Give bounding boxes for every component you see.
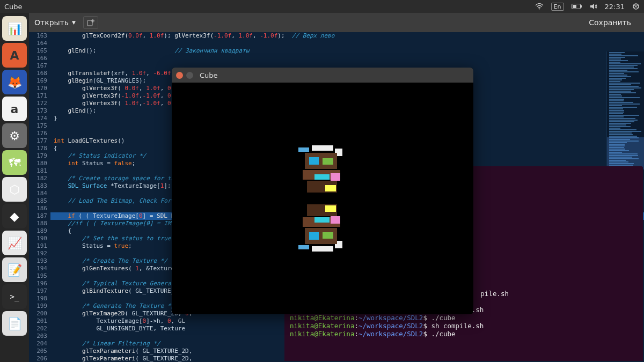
- battery-icon[interactable]: [572, 4, 582, 9]
- clock[interactable]: 22:31: [605, 3, 625, 11]
- minimap-viewport[interactable]: [607, 137, 644, 169]
- cube-titlebar[interactable]: Cube: [172, 68, 473, 83]
- launcher-app-hex[interactable]: ⬡: [2, 177, 27, 202]
- session-icon[interactable]: [632, 3, 640, 10]
- prompt-line: nikita@Ekaterina:~/workspace/SDL2$ ./cub…: [290, 330, 638, 338]
- launcher-maps[interactable]: 🗺: [2, 150, 27, 175]
- wifi-icon[interactable]: [535, 3, 544, 10]
- volume-icon[interactable]: [590, 3, 597, 10]
- launcher-firefox[interactable]: 🦊: [2, 70, 27, 94]
- line-number-gutter: 1631641651661671681691701711721731741751…: [29, 32, 50, 362]
- sprite-bottom: [293, 201, 352, 255]
- editor-toolbar: Открыть ▼ Сохранить: [29, 13, 644, 32]
- launcher-settings[interactable]: ⚙: [2, 123, 27, 148]
- minimap[interactable]: [606, 51, 644, 180]
- sprite-top: [293, 142, 352, 196]
- prompt-line: nikita@Ekaterina:~/workspace/SDL2$ ./cub…: [290, 314, 638, 322]
- minimize-icon[interactable]: [186, 72, 193, 79]
- svg-rect-3: [573, 5, 576, 8]
- launcher-ubuntu-software[interactable]: A: [2, 43, 27, 68]
- cube-window-title: Cube: [200, 71, 218, 79]
- launcher-libreoffice-impress[interactable]: 📊: [2, 16, 27, 41]
- save-button-label: Сохранить: [589, 18, 631, 27]
- cube-canvas: [172, 83, 473, 314]
- launcher-terminal[interactable]: >_: [2, 284, 27, 309]
- close-icon[interactable]: [176, 72, 183, 79]
- chevron-down-icon: ▼: [72, 20, 76, 25]
- new-tab-button[interactable]: [83, 16, 98, 29]
- launcher-text-editor[interactable]: 📝: [2, 257, 27, 282]
- cube-app-window[interactable]: Cube: [172, 68, 473, 314]
- save-button[interactable]: Сохранить: [589, 18, 631, 27]
- open-button-label: Открыть: [34, 18, 69, 27]
- launcher-amazon[interactable]: a: [2, 97, 27, 121]
- prompt-line: nikita@Ekaterina:~/workspace/SDL2$ sh co…: [290, 322, 638, 330]
- unity-launcher: 📊A🦊a⚙🗺⬡◆📈📝>_📄: [0, 13, 29, 362]
- open-button[interactable]: Открыть ▼: [34, 18, 76, 27]
- keyboard-layout-indicator[interactable]: En: [551, 3, 564, 11]
- launcher-app-dark[interactable]: ◆: [2, 204, 27, 228]
- launcher-file[interactable]: 📄: [2, 311, 27, 336]
- svg-rect-2: [581, 5, 582, 8]
- launcher-monitor[interactable]: 📈: [2, 231, 27, 255]
- active-window-title: Cube: [4, 3, 23, 11]
- top-panel: Cube En 22:31: [0, 0, 644, 13]
- svg-point-0: [539, 9, 540, 10]
